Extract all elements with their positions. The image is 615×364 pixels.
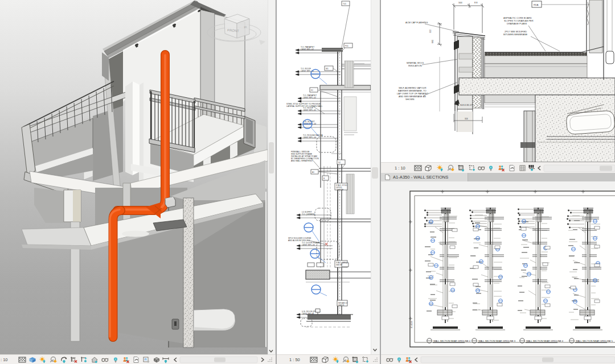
svg-text:CENT RPL-03: CENT RPL-03: [303, 136, 316, 139]
svg-text:A1: A1: [312, 171, 314, 173]
svg-text:: 10: : 10: [1, 357, 8, 362]
svg-text:RDA: RDA: [534, 3, 539, 6]
svg-text:CENT RPL-01: CENT RPL-01: [303, 109, 316, 111]
svg-text:INSULATION: INSULATION: [408, 64, 422, 67]
svg-text:A1-A350: A1-A350: [411, 321, 413, 328]
svg-text:P01: P01: [345, 45, 348, 47]
svg-text:TU1: TU1: [343, 3, 346, 5]
svg-text:B: B: [323, 177, 325, 180]
svg-text:344: 344: [458, 1, 462, 4]
svg-text:SE8 HF: SE8 HF: [337, 189, 343, 191]
svg-text:660: 660: [432, 40, 434, 43]
svg-text:1 : 50: 1 : 50: [289, 357, 300, 362]
svg-text:322: 322: [429, 30, 432, 33]
svg-text:CENT RPL-02: CENT RPL-02: [301, 48, 314, 51]
svg-text:F2: F2: [311, 89, 313, 92]
svg-text:SHOWN: SHOWN: [405, 98, 414, 101]
svg-text:LATERAL SUPPORT OF CURTAIN WAL: LATERAL SUPPORT OF CURTAIN WALL: [286, 105, 322, 107]
svg-text:WALL SECTION NEAR GRIDLINE 2: WALL SECTION NEAR GRIDLINE 2: [433, 340, 471, 342]
svg-text:W1: W1: [326, 68, 329, 70]
svg-text:324: 324: [465, 118, 468, 120]
svg-text:ACM CAP FLASHING: ACM CAP FLASHING: [405, 21, 428, 24]
svg-text:AND WALL SHEATHING: AND WALL SHEATHING: [291, 160, 313, 162]
svg-text:WALL SECTION NEAR GRIDLINE 3: WALL SECTION NEAR GRIDLINE 3: [478, 340, 516, 342]
svg-text:CENT RPL-05: CENT RPL-05: [302, 244, 315, 246]
svg-text:T.O. (GREEN): T.O. (GREEN): [302, 213, 315, 216]
svg-text:AND ALIGN W/ DRG H-6: AND ALIGN W/ DRG H-6: [288, 239, 310, 242]
svg-text:CENT RPL-02: CENT RPL-02: [303, 97, 316, 99]
svg-text:BITUMEN MEMBRANE: BITUMEN MEMBRANE: [503, 33, 528, 36]
svg-text:8 8: 8 8: [474, 1, 478, 4]
svg-text:SE8 HF: SE8 HF: [336, 264, 342, 266]
svg-text:1 : 10: 1 : 10: [395, 166, 405, 171]
svg-text:S2: S2: [338, 162, 341, 164]
svg-text:WALL SECTION NEAR GRIDLINE 5: WALL SECTION NEAR GRIDLINE 5: [576, 340, 613, 342]
svg-text:DRAINAGE PLANS: DRAINAGE PLANS: [507, 22, 527, 25]
svg-text:SEBYF: SEBYF: [338, 304, 345, 307]
svg-text:SLE 01 B1 4 P.: SLE 01 B1 4 P.: [460, 104, 473, 106]
svg-text:R: R: [145, 358, 147, 361]
svg-text:WALL SECTION NEAR GRIDLINE 4: WALL SECTION NEAR GRIDLINE 4: [526, 340, 564, 342]
